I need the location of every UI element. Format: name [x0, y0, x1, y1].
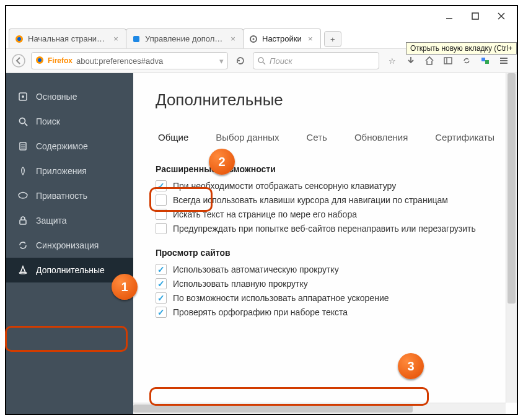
subtab-general[interactable]: Общие [156, 127, 191, 147]
checkbox-label: Предупреждать при попытке веб-сайтов пер… [173, 224, 476, 234]
advanced-subtabs: Общие Выбор данных Сеть Обновления Серти… [156, 127, 517, 148]
scrollbar-thumb[interactable] [508, 73, 516, 304]
svg-rect-1 [472, 13, 478, 19]
sidebar-item-general[interactable]: Основные [6, 84, 133, 109]
annotation-badge-2: 2 [209, 149, 235, 175]
downloads-icon[interactable] [402, 52, 420, 69]
tab-close-icon[interactable]: × [305, 34, 315, 44]
subtab-updates[interactable]: Обновления [352, 127, 410, 147]
dropdown-icon[interactable]: ▾ [219, 56, 224, 66]
svg-rect-29 [20, 220, 26, 224]
preferences-main: Дополнительные Общие Выбор данных Сеть О… [133, 73, 517, 414]
url-brand-label: Firefox [48, 56, 73, 65]
svg-rect-6 [133, 36, 139, 42]
checkbox[interactable] [156, 292, 167, 304]
checkbox[interactable] [156, 307, 167, 318]
annotation-badge-3: 3 [398, 353, 424, 379]
page-title: Дополнительные [156, 90, 517, 110]
firefox-icon [35, 56, 44, 66]
search-icon [17, 116, 29, 127]
search-icon [257, 56, 266, 65]
sync-icon[interactable] [457, 52, 476, 69]
url-text: about:preferences#adva [76, 56, 216, 66]
new-tab-tooltip: Открыть новую вкладку (Ctrl+ [406, 42, 517, 55]
tab-label: Настройки [262, 34, 302, 43]
sidebar-item-label: Дополнительные [36, 265, 105, 275]
svg-point-22 [22, 95, 24, 98]
window-close-button[interactable] [488, 8, 514, 24]
sidebar-icon[interactable] [439, 52, 457, 69]
tab-close-icon[interactable]: × [111, 34, 121, 44]
browser-tab-start[interactable]: Начальная страница ... × [9, 28, 126, 48]
subtab-data-choices[interactable]: Выбор данных [213, 127, 281, 147]
reload-button[interactable] [232, 52, 249, 69]
checkbox[interactable] [156, 180, 167, 191]
svg-point-23 [20, 118, 25, 124]
checkbox-label: Использовать автоматическую прокрутку [173, 265, 339, 274]
subtab-certificates[interactable]: Сертификаты [433, 127, 497, 147]
checkbox-label: Искать текст на странице по мере его наб… [173, 209, 357, 219]
sidebar-item-label: Содержимое [36, 141, 88, 151]
browser-tab-settings[interactable]: Настройки × [243, 28, 321, 48]
checkbox[interactable] [156, 278, 167, 289]
sidebar-item-label: Основные [36, 92, 77, 102]
search-box[interactable]: Поиск [253, 52, 379, 69]
back-button[interactable] [10, 52, 27, 69]
checkbox-label: Использовать плавную прокрутку [173, 279, 308, 289]
window-titlebar [6, 6, 517, 26]
general-icon [17, 91, 29, 102]
window-maximize-button[interactable] [462, 8, 488, 24]
checkbox-row-spellcheck[interactable]: Проверять орфографию при наборе текста [156, 307, 517, 318]
checkbox-row-cursor-keys[interactable]: Всегда использовать клавиши курсора для … [156, 195, 517, 206]
sidebar-item-label: Поиск [36, 116, 60, 126]
tab-close-icon[interactable]: × [228, 34, 238, 44]
search-placeholder: Поиск [270, 56, 292, 66]
checkbox-row-auto-scroll[interactable]: Использовать автоматическую прокрутку [156, 264, 517, 275]
checkbox-label: Проверять орфографию при наборе текста [173, 307, 348, 317]
rocket-icon [17, 165, 29, 177]
puzzle-icon [131, 34, 141, 44]
checkbox-label: Всегда использовать клавиши курсора для … [173, 195, 448, 205]
vertical-scrollbar[interactable] [506, 73, 517, 403]
scrollbar-thumb[interactable] [133, 405, 413, 413]
sidebar-item-applications[interactable]: Приложения [6, 159, 133, 183]
checkbox-row-search-typing[interactable]: Искать текст на странице по мере его наб… [156, 209, 517, 220]
checkbox-row-touch-keyboard[interactable]: При необходимости отображать сенсорную к… [156, 180, 517, 191]
svg-line-13 [263, 62, 265, 64]
sync-icon [17, 240, 29, 251]
subtab-network[interactable]: Сеть [304, 127, 330, 147]
checkbox-label: По возможности использовать аппаратное у… [173, 293, 389, 303]
svg-rect-17 [485, 60, 489, 64]
sidebar-item-search[interactable]: Поиск [6, 109, 133, 134]
browser-tab-addons[interactable]: Управление дополнен... × [126, 28, 244, 48]
new-tab-button[interactable]: + [324, 31, 341, 47]
self-support-icon[interactable]: ☆ [383, 52, 402, 69]
sidebar-item-label: Защита [36, 216, 67, 225]
svg-rect-16 [481, 58, 485, 61]
sidebar-item-privacy[interactable]: Приватность [6, 183, 133, 208]
horizontal-scrollbar[interactable] [133, 403, 506, 414]
translate-icon[interactable] [476, 52, 494, 69]
home-icon[interactable] [420, 52, 439, 69]
checkbox[interactable] [156, 195, 167, 206]
checkbox-row-smooth-scroll[interactable]: Использовать плавную прокрутку [156, 278, 517, 289]
url-bar[interactable]: Firefox about:preferences#adva ▾ [31, 52, 228, 69]
wizard-hat-icon [17, 265, 29, 276]
sidebar-item-sync[interactable]: Синхронизация [6, 233, 133, 258]
lock-icon [17, 215, 29, 226]
svg-point-11 [38, 58, 42, 62]
checkbox[interactable] [156, 209, 167, 220]
annotation-badge-1: 1 [112, 274, 138, 300]
svg-point-8 [253, 38, 255, 40]
window-minimize-button[interactable] [436, 8, 462, 24]
checkbox[interactable] [156, 264, 167, 275]
checkbox[interactable] [156, 223, 167, 234]
svg-point-5 [17, 37, 21, 41]
checkbox-row-redirect-warn[interactable]: Предупреждать при попытке веб-сайтов пер… [156, 223, 517, 234]
sidebar-item-label: Приватность [36, 191, 87, 201]
sidebar-item-label: Синхронизация [36, 240, 99, 250]
menu-icon[interactable] [494, 52, 513, 69]
sidebar-item-security[interactable]: Защита [6, 208, 133, 233]
checkbox-row-hw-accel[interactable]: По возможности использовать аппаратное у… [156, 292, 517, 304]
sidebar-item-content[interactable]: Содержимое [6, 134, 133, 159]
